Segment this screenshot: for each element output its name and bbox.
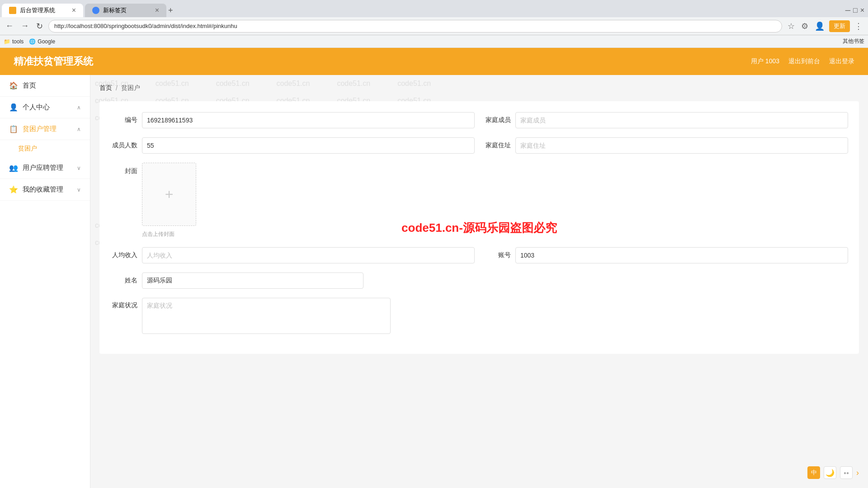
form-field-member-count: 成员人数 [110,137,475,154]
user-recruitment-arrow: ∨ [77,165,81,171]
form-row-name: 姓名 [110,272,848,289]
form-field-family-member: 家庭成员 [484,112,848,128]
minimize-icon[interactable]: ─ [845,6,850,14]
account-input[interactable] [515,247,848,263]
tab-close-newtab[interactable]: × [155,7,159,14]
collections-icon: ⭐ [9,185,18,194]
close-window-icon[interactable]: × [860,6,864,14]
other-bookmarks[interactable]: 其他书签 [843,38,864,45]
breadcrumb-separator: / [116,84,118,92]
tab-favicon-new [92,7,99,14]
browser-toolbar: ← → ↻ ☆ ⚙ 👤 更新 ⋮ [0,17,868,35]
form-row-cover: 封面 + 点击上传封面 [110,163,848,238]
personal-center-icon: 👤 [9,103,18,112]
tab-close-backend[interactable]: × [72,7,76,14]
extensions-icon[interactable]: ⚙ [799,20,810,32]
sidebar-item-personal-center[interactable]: 👤 个人中心 ∧ [0,97,90,118]
family-status-label: 家庭状况 [110,298,137,310]
browser-tabs: 后台管理系统 × 新标签页 × + ─ □ × [0,0,868,17]
family-address-input[interactable] [515,137,848,154]
form-container: code51.cn-源码乐园盗图必究 编号 家庭成员 成员人数 [99,101,859,354]
cover-upload-section: + 点击上传封面 [142,163,196,238]
form-field-id: 编号 [110,112,475,128]
app-title: 精准扶贫管理系统 [14,55,93,68]
family-member-label: 家庭成员 [484,116,511,124]
income-label: 人均收入 [110,251,137,259]
member-count-input[interactable] [142,137,475,154]
back-button[interactable]: ← [4,19,15,33]
member-count-label: 成员人数 [110,141,137,150]
bookmark-tools[interactable]: 📁 tools [4,38,24,45]
name-input[interactable] [142,272,363,289]
sidebar-item-collections[interactable]: ⭐ 我的收藏管理 ∨ [0,179,90,201]
cover-label: 封面 [110,163,137,175]
pagination-area: 中 🌙 ●● › [807,466,859,479]
name-label: 姓名 [110,277,137,285]
tab-backend[interactable]: 后台管理系统 × [2,4,83,17]
forward-button[interactable]: → [19,19,31,33]
app-body: 🏠 首页 👤 个人中心 ∧ 📋 贫困户管理 ∧ 贫困户 👥 用户应聘管理 ∨ [0,75,868,488]
sidebar-item-user-recruitment[interactable]: 👥 用户应聘管理 ∨ [0,157,90,179]
bookmarks-bar: 📁 tools 🌐 Google 其他书签 [0,35,868,48]
sidebar-item-poverty-management[interactable]: 📋 贫困户管理 ∧ [0,118,90,140]
pagination-zh[interactable]: 中 [807,466,820,479]
pagination-next[interactable]: › [856,468,859,478]
account-label: 账号 [484,251,511,259]
cover-upload-area[interactable]: + [142,163,196,226]
collections-arrow: ∨ [77,187,81,193]
id-label: 编号 [110,116,137,124]
reload-button[interactable]: ↻ [34,19,45,33]
app-header: 精准扶贫管理系统 用户 1003 退出到前台 退出登录 [0,48,868,75]
pagination-moon[interactable]: 🌙 [824,466,836,479]
update-button[interactable]: 更新 [829,20,850,32]
form-field-family-address: 家庭住址 [484,137,848,154]
toolbar-actions: ☆ ⚙ 👤 更新 ⋮ [786,20,864,32]
header-actions: 用户 1003 退出到前台 退出登录 [751,57,854,66]
pagination-dots[interactable]: ●● [840,466,853,479]
bookmark-tools-icon: 📁 [4,38,10,45]
tab-newtab[interactable]: 新标签页 × [85,4,166,17]
plus-icon: + [165,186,174,203]
cover-hint: 点击上传封面 [142,230,196,238]
family-status-textarea[interactable] [142,298,391,334]
family-member-input[interactable] [515,112,848,128]
tab-favicon [9,7,16,14]
form-field-family-status: 家庭状况 [110,298,391,334]
poverty-management-icon: 📋 [9,125,18,133]
bookmark-google[interactable]: 🌐 Google [29,38,55,45]
breadcrumb-current: 贫困户 [121,84,140,92]
more-options-icon[interactable]: ⋮ [853,20,864,32]
sidebar-sub-poverty[interactable]: 贫困户 [0,140,90,157]
form-field-name: 姓名 [110,272,363,289]
form-field-income: 人均收入 [110,247,475,263]
new-tab-button[interactable]: + [168,6,173,15]
back-to-frontend-button[interactable]: 退出到前台 [788,57,820,66]
id-input[interactable] [142,112,475,128]
home-icon: 🏠 [9,81,18,90]
breadcrumb: 首页 / 贫困户 [99,84,859,92]
form-row-income: 人均收入 账号 [110,247,848,263]
user-recruitment-icon: 👥 [9,164,18,172]
logout-button[interactable]: 退出登录 [829,57,854,66]
form-row-family-status: 家庭状况 [110,298,848,334]
sidebar-item-home[interactable]: 🏠 首页 [0,75,90,97]
income-input[interactable] [142,247,475,263]
sidebar: 🏠 首页 👤 个人中心 ∧ 📋 贫困户管理 ∧ 贫困户 👥 用户应聘管理 ∨ [0,75,90,488]
family-address-label: 家庭住址 [484,141,511,150]
bookmark-star-icon[interactable]: ☆ [786,20,797,32]
profile-icon[interactable]: 👤 [813,20,826,32]
address-bar[interactable] [48,20,782,33]
main-content: code51.cn code51.cn code51.cn code51.cn … [90,75,868,488]
form-row-1: 编号 家庭成员 [110,112,848,128]
personal-center-arrow: ∧ [77,104,81,111]
form-row-2: 成员人数 家庭住址 [110,137,848,154]
tab-label-backend: 后台管理系统 [20,6,55,14]
form-field-account: 账号 [484,247,848,263]
maximize-icon[interactable]: □ [853,6,858,14]
user-label: 用户 1003 [751,57,779,66]
tab-label-newtab: 新标签页 [103,6,127,14]
bookmark-google-icon: 🌐 [29,38,36,45]
cover-row: 封面 + 点击上传封面 [110,163,196,238]
browser-chrome: 后台管理系统 × 新标签页 × + ─ □ × ← → ↻ ☆ ⚙ 👤 更新 ⋮ [0,0,868,48]
breadcrumb-home[interactable]: 首页 [99,84,112,92]
